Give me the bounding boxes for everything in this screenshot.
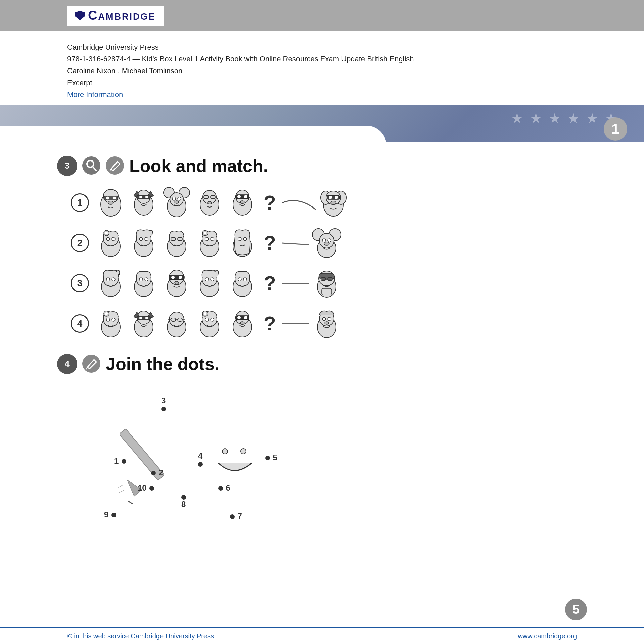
svg-point-100 (238, 278, 241, 281)
more-information-link[interactable]: More Information (67, 90, 123, 99)
excerpt-label: Excerpt (67, 77, 577, 89)
svg-point-114 (106, 318, 110, 321)
svg-point-71 (243, 237, 247, 241)
star-icon: ★ (567, 110, 580, 126)
activity1-badge: 3 (57, 156, 77, 176)
header: Cambridge (0, 0, 644, 31)
face-character (96, 186, 126, 220)
svg-point-78 (328, 239, 331, 242)
dot-label-4: 4 (198, 451, 203, 467)
face-character (194, 226, 225, 260)
activity1-title-row: 3 Look and match. (57, 156, 587, 176)
activity2-section: 4 Join the dots. (57, 354, 587, 535)
svg-point-8 (106, 196, 109, 200)
question-mark: ? (264, 312, 276, 335)
svg-line-154 (118, 490, 124, 493)
page-banner: ★ ★ ★ ★ ★ ★ 1 (0, 105, 644, 142)
main-content: 3 Look and match. 1 (0, 149, 644, 542)
faces-row-4: ? (96, 307, 342, 340)
svg-point-22 (172, 197, 176, 200)
svg-rect-109 (322, 288, 332, 295)
connector-line (282, 273, 309, 293)
dot-label-3: 3 (161, 396, 166, 411)
face-character (194, 267, 225, 300)
svg-point-87 (145, 278, 148, 281)
svg-point-96 (205, 278, 209, 281)
banner-stars: ★ ★ ★ ★ ★ ★ (511, 110, 617, 126)
connector-line (282, 233, 309, 253)
svg-point-135 (211, 318, 214, 321)
svg-point-134 (205, 318, 209, 321)
question-mark: ? (264, 231, 276, 255)
authors: Caroline Nixon , Michael Tomlinson (67, 65, 577, 77)
face-character (227, 267, 258, 300)
svg-point-56 (145, 237, 148, 241)
pencil-icon (106, 156, 124, 175)
face-character (129, 186, 159, 220)
footer-left-link[interactable]: © in this web service Cambridge Universi… (67, 632, 214, 640)
footer-right-link[interactable]: www.cambridge.org (518, 632, 577, 640)
face-character (162, 267, 192, 300)
dot-label-1: 1 (114, 456, 126, 466)
face-character (227, 307, 258, 340)
svg-point-79 (324, 242, 329, 245)
svg-point-45 (335, 196, 338, 199)
faces-row-2: ? (96, 226, 342, 260)
activity2-title-row: 4 Join the dots. (57, 354, 587, 374)
face-answer (318, 186, 349, 220)
dot-label-2: 2 (151, 468, 163, 477)
svg-point-139 (237, 316, 241, 319)
svg-point-3 (106, 156, 124, 175)
svg-point-77 (322, 239, 326, 242)
face-character (162, 186, 192, 220)
row-number-3: 3 (71, 274, 89, 292)
svg-point-141 (240, 322, 244, 324)
dot-label-5: 5 (265, 453, 277, 462)
svg-point-65 (204, 232, 206, 234)
star-icon: ★ (586, 110, 598, 126)
svg-point-91 (171, 276, 175, 279)
pencil-icon (82, 355, 101, 373)
svg-point-148 (82, 355, 100, 373)
svg-point-147 (325, 322, 329, 324)
svg-line-72 (282, 243, 309, 245)
page-number-badge: 5 (565, 599, 587, 620)
svg-point-115 (112, 318, 115, 321)
face-character (129, 267, 159, 300)
svg-point-124 (169, 312, 184, 327)
face-character (162, 226, 192, 260)
svg-point-50 (105, 232, 108, 234)
svg-point-97 (211, 278, 214, 281)
svg-point-146 (328, 317, 331, 321)
table-row: 3 (71, 267, 587, 300)
face-character (96, 226, 126, 260)
svg-point-44 (329, 196, 332, 199)
dot-label-9: 9 (104, 510, 116, 519)
connector-line (282, 193, 316, 213)
svg-point-122 (145, 317, 148, 319)
footer: © in this web service Cambridge Universi… (0, 627, 644, 644)
cambridge-logo: Cambridge (67, 6, 164, 26)
cambridge-shield-icon (75, 11, 85, 20)
activity1-rows: 1 (71, 186, 587, 340)
connector-line (282, 314, 309, 334)
activity2-title: Join the dots. (106, 354, 219, 374)
table-row: 2 (71, 226, 587, 260)
svg-point-21 (170, 193, 183, 206)
star-icon: ★ (549, 110, 561, 126)
svg-point-140 (244, 316, 247, 319)
dot-to-dot-area: 3 1 2 4 5 6 (84, 384, 353, 535)
svg-point-17 (145, 196, 148, 198)
face-character (96, 307, 126, 340)
face-character (194, 186, 225, 220)
svg-point-24 (175, 201, 179, 203)
faces-row-3: ? (96, 267, 342, 300)
table-row: 4 (71, 307, 587, 340)
face-answer (312, 267, 342, 300)
svg-point-10 (108, 201, 113, 204)
svg-point-51 (106, 237, 110, 241)
svg-point-0 (82, 156, 100, 175)
face-character (194, 307, 225, 340)
svg-point-93 (175, 281, 179, 284)
face-character (129, 307, 159, 340)
